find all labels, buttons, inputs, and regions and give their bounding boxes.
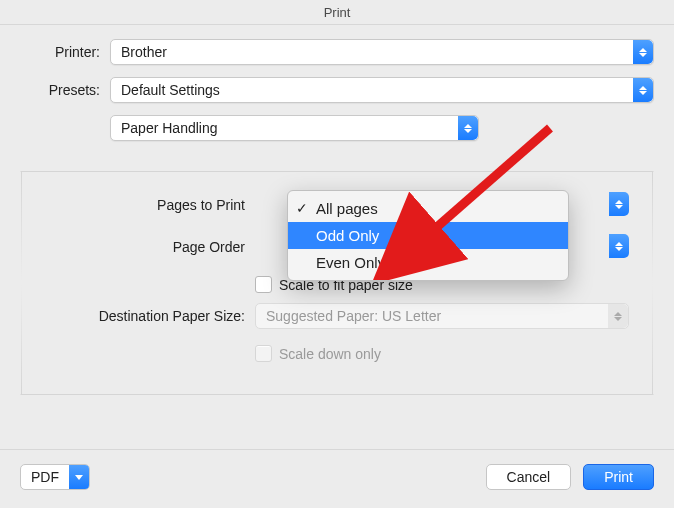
updown-icon — [608, 304, 628, 328]
print-dialog: Print Printer: Brother Presets: Default … — [0, 0, 674, 508]
section-select[interactable]: Paper Handling — [110, 115, 479, 141]
menu-item-even-only[interactable]: Even Only — [288, 249, 568, 276]
printer-label: Printer: — [20, 44, 100, 60]
dialog-footer: PDF Cancel Print — [0, 449, 674, 508]
section-value: Paper Handling — [121, 120, 218, 136]
updown-icon — [609, 234, 629, 258]
print-button[interactable]: Print — [583, 464, 654, 490]
presets-row: Presets: Default Settings — [20, 77, 654, 103]
updown-icon — [458, 116, 478, 140]
menu-item-all-pages[interactable]: All pages — [288, 195, 568, 222]
chevron-down-icon — [69, 465, 89, 489]
presets-select[interactable]: Default Settings — [110, 77, 654, 103]
printer-select[interactable]: Brother — [110, 39, 654, 65]
cancel-button[interactable]: Cancel — [486, 464, 572, 490]
scale-down-only-label: Scale down only — [279, 346, 381, 362]
pdf-label: PDF — [21, 469, 69, 485]
section-select-wrap: Paper Handling — [110, 115, 479, 141]
dest-paper-size-value: Suggested Paper: US Letter — [266, 308, 441, 324]
updown-icon — [633, 40, 653, 64]
dest-paper-size-select: Suggested Paper: US Letter — [255, 303, 629, 329]
printer-row: Printer: Brother — [20, 39, 654, 65]
presets-value: Default Settings — [121, 82, 220, 98]
dest-paper-size-label: Destination Paper Size: — [45, 308, 245, 324]
menu-item-odd-only[interactable]: Odd Only — [288, 222, 568, 249]
checkbox-icon — [255, 345, 272, 362]
updown-icon — [609, 192, 629, 216]
presets-label: Presets: — [20, 82, 100, 98]
pages-to-print-label: Pages to Print — [45, 197, 245, 213]
page-order-label: Page Order — [45, 239, 245, 255]
scale-down-only-row: Scale down only — [255, 345, 629, 362]
printer-value: Brother — [121, 44, 167, 60]
pages-to-print-menu[interactable]: All pages Odd Only Even Only — [287, 190, 569, 281]
updown-icon — [633, 78, 653, 102]
window-title: Print — [0, 0, 674, 25]
checkbox-icon[interactable] — [255, 276, 272, 293]
pdf-menu-button[interactable]: PDF — [20, 464, 90, 490]
